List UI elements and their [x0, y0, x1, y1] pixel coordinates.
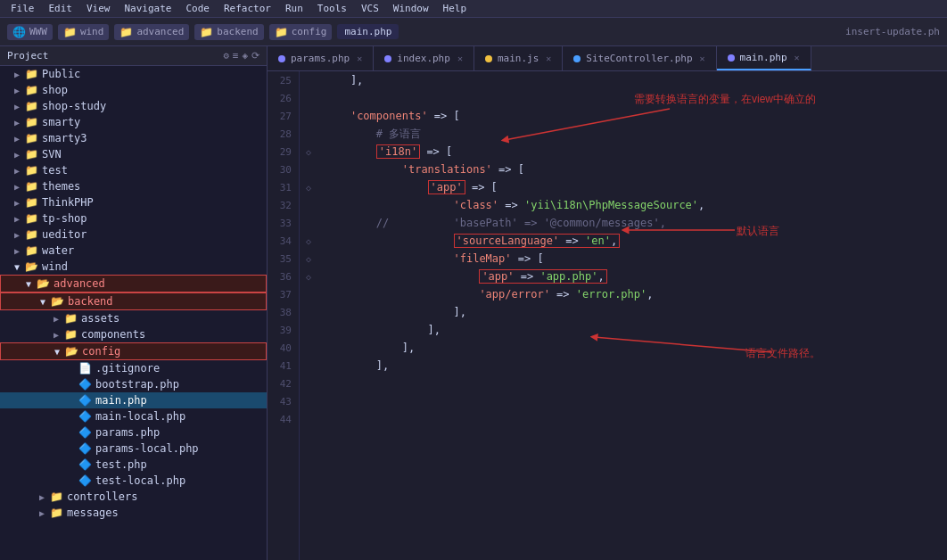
menu-vcs[interactable]: VCS — [354, 3, 386, 14]
code-text — [325, 199, 454, 211]
code-text: ], — [325, 306, 466, 318]
tab-label: main.php — [740, 52, 787, 63]
php-icon: 🔷 — [78, 378, 92, 391]
gutter-31: ◇ — [300, 178, 317, 196]
menu-navigate[interactable]: Navigate — [118, 3, 179, 14]
code-text: => [ — [465, 181, 498, 194]
tab-close[interactable]: ✕ — [795, 53, 800, 62]
sidebar-item-water[interactable]: ▶ 📁 water — [0, 243, 267, 259]
menu-refactor[interactable]: Refactor — [217, 3, 278, 14]
toolbar-www[interactable]: 🌐 WWW — [7, 24, 53, 40]
sidebar-item-ueditor[interactable]: ▶ 📁 ueditor — [0, 226, 267, 243]
item-label: main-local.php — [95, 410, 185, 423]
sidebar-item-mainphp[interactable]: ▶ 🔷 main.php — [0, 392, 267, 408]
gutter-26 — [300, 89, 317, 107]
sidebar-item-components[interactable]: ▶ 📁 components — [0, 326, 267, 342]
sidebar-item-params[interactable]: ▶ 🔷 params.php — [0, 424, 267, 441]
code-text — [325, 163, 402, 176]
code-text: 'fileMap' — [454, 252, 512, 265]
code-text: # 多语言 — [376, 127, 421, 142]
code-line-37: 'app/error' => 'error.php', — [325, 285, 940, 303]
line-num-40: 40 — [268, 339, 299, 357]
sidebar-item-params-local[interactable]: ▶ 🔷 params-local.php — [0, 441, 267, 457]
sidebar-item-config[interactable]: ▼ 📂 config — [0, 342, 267, 360]
tab-close[interactable]: ✕ — [700, 54, 705, 63]
menu-run[interactable]: Run — [278, 3, 310, 14]
code-text: ], — [325, 324, 441, 336]
sidebar-item-public[interactable]: ▶ 📁 Public — [0, 66, 267, 82]
menu-window[interactable]: Window — [386, 3, 436, 14]
code-line-30: 'translations' => [ — [325, 161, 940, 178]
sidebar-item-smarty3[interactable]: ▶ 📁 smarty3 — [0, 130, 267, 146]
line-num-42: 42 — [268, 375, 299, 392]
toolbar-config[interactable]: 📁 config — [269, 24, 333, 40]
sidebar-icon-4[interactable]: ⟳ — [251, 50, 259, 62]
tab-sitecontroller[interactable]: SiteController.php ✕ — [563, 46, 716, 70]
code-line-39: ], — [325, 321, 940, 339]
toolbar-mainphp[interactable]: main.php — [337, 24, 399, 39]
sidebar-icon-3[interactable]: ◈ — [242, 50, 248, 62]
folder-icon: 📁 — [25, 164, 38, 177]
tab-close[interactable]: ✕ — [546, 54, 551, 63]
tab-params[interactable]: params.php ✕ — [268, 46, 374, 70]
item-label: tp-shop — [42, 212, 87, 225]
item-label: assets — [81, 312, 119, 325]
gutter-36: ◇ — [300, 268, 317, 285]
sidebar-item-tp-shop[interactable]: ▶ 📁 tp-shop — [0, 210, 267, 226]
arrow-icon: ▶ — [39, 508, 50, 518]
toolbar-wind[interactable]: 📁 wind — [58, 24, 110, 40]
sidebar-item-shop-study[interactable]: ▶ 📁 shop-study — [0, 98, 267, 114]
line-num-29: 29 — [268, 143, 299, 161]
code-text: 'app/error' — [479, 288, 549, 301]
code-text: 'en' — [585, 235, 611, 247]
js-dot-icon — [485, 55, 492, 62]
sidebar-item-thinkphp[interactable]: ▶ 📁 ThinkPHP — [0, 194, 267, 210]
tab-mainjs[interactable]: main.js ✕ — [474, 46, 563, 70]
sidebar-item-controllers[interactable]: ▶ 📁 controllers — [0, 489, 267, 505]
tab-mainphp[interactable]: main.php ✕ — [717, 46, 811, 70]
code-editor-area[interactable]: 25 26 27 28 29 30 31 32 33 34 35 36 37 3… — [268, 71, 947, 560]
sidebar-item-themes[interactable]: ▶ 📁 themes — [0, 178, 267, 194]
menu-tools[interactable]: Tools — [310, 3, 354, 14]
sidebar-item-advanced[interactable]: ▼ 📂 advanced — [0, 275, 267, 292]
sidebar-icon-2[interactable]: ≡ — [233, 50, 239, 62]
sidebar-item-svn[interactable]: ▶ 📁 SVN — [0, 146, 267, 162]
code-text: , — [646, 288, 653, 301]
code-line-43 — [325, 392, 940, 410]
sidebar-item-test[interactable]: ▶ 📁 test — [0, 162, 267, 178]
sidebar-icon-1[interactable]: ⚙ — [223, 50, 229, 62]
item-label: ThinkPHP — [42, 196, 94, 209]
menu-help[interactable]: Help — [436, 3, 474, 14]
tab-close[interactable]: ✕ — [357, 54, 362, 63]
sidebar-item-smarty[interactable]: ▶ 📁 smarty — [0, 114, 267, 130]
sidebar-item-wind[interactable]: ▼ 📂 wind — [0, 259, 267, 275]
menu-edit[interactable]: Edit — [42, 3, 80, 14]
gutter-37 — [300, 285, 317, 303]
sidebar-item-bootstrap[interactable]: ▶ 🔷 bootstrap.php — [0, 376, 267, 392]
sidebar-item-shop[interactable]: ▶ 📁 shop — [0, 82, 267, 98]
php-icon: 🔷 — [78, 474, 92, 487]
sidebar-item-backend[interactable]: ▼ 📂 backend — [0, 292, 267, 310]
code-text — [325, 128, 376, 140]
sidebar-item-main-local[interactable]: ▶ 🔷 main-local.php — [0, 408, 267, 424]
folder-icon: 📁 — [25, 228, 38, 241]
item-label: components — [81, 328, 145, 341]
menu-view[interactable]: View — [79, 3, 118, 14]
sidebar-item-test-local[interactable]: ▶ 🔷 test-local.php — [0, 473, 267, 489]
menu-file[interactable]: File — [4, 3, 42, 14]
code-content[interactable]: ], 'components' => [ # 多语言 'i18n' => [ — [317, 71, 947, 560]
sidebar-item-assets[interactable]: ▶ 📁 assets — [0, 310, 267, 326]
tab-close[interactable]: ✕ — [457, 54, 463, 63]
sidebar-item-gitignore[interactable]: ▶ 📄 .gitignore — [0, 360, 267, 376]
code-line-36: 'app' => 'app.php', — [325, 268, 940, 285]
arrow-icon: ▶ — [14, 86, 25, 95]
toolbar-backend[interactable]: 📁 backend — [194, 24, 263, 40]
tab-index[interactable]: index.php ✕ — [374, 46, 474, 70]
arrow-icon: ▼ — [40, 297, 51, 307]
sidebar-item-messages[interactable]: ▶ 📁 messages — [0, 505, 267, 521]
file-icon: 📄 — [78, 362, 92, 375]
menu-code[interactable]: Code — [178, 3, 217, 14]
toolbar-advanced[interactable]: 📁 advanced — [114, 24, 189, 40]
item-label: params-local.php — [95, 442, 199, 455]
sidebar-item-test-php[interactable]: ▶ 🔷 test.php — [0, 457, 267, 473]
